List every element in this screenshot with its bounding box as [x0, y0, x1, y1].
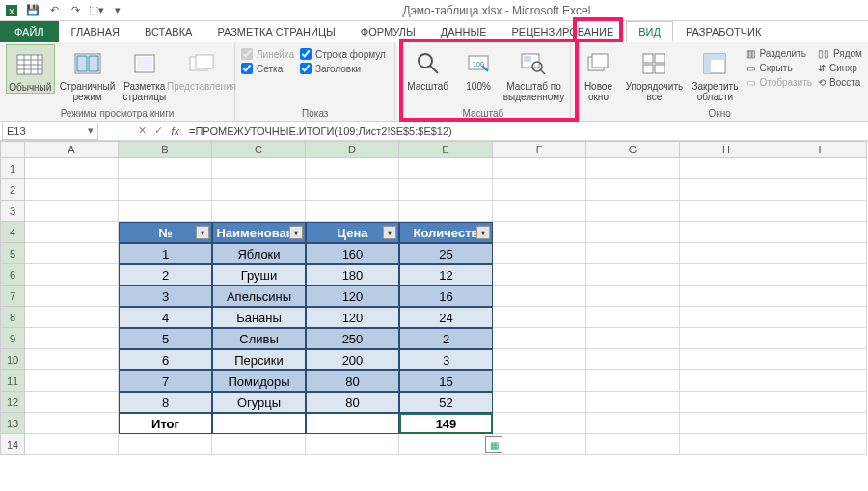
cell-A3[interactable] [25, 201, 119, 222]
arrange-all-button[interactable]: Упорядочить все [625, 44, 683, 102]
col-header-D[interactable]: D [306, 141, 399, 158]
row-header-3[interactable]: 3 [0, 201, 25, 222]
cell-I7[interactable] [773, 286, 867, 307]
view-pagelayout-button[interactable]: Разметка страницы [121, 44, 169, 102]
cell-I12[interactable] [773, 392, 867, 413]
fx-icon[interactable]: fx [171, 125, 179, 137]
cell-D8[interactable]: 120 [306, 307, 399, 328]
row-header-8[interactable]: 8 [0, 307, 25, 328]
zoom-button[interactable]: Масштаб [401, 44, 453, 92]
col-header-H[interactable]: H [680, 141, 773, 158]
smart-tag-icon[interactable]: ▦ [485, 436, 502, 453]
cell-C2[interactable] [212, 179, 306, 201]
cell-F5[interactable] [493, 243, 586, 264]
cell-C7[interactable]: Апельсины [212, 286, 306, 307]
cell-I4[interactable] [773, 222, 867, 243]
cell-F9[interactable] [493, 328, 586, 349]
cell-E3[interactable] [399, 201, 493, 222]
col-header-I[interactable]: I [773, 141, 867, 158]
cell-A2[interactable] [25, 179, 119, 201]
cell-F8[interactable] [493, 307, 586, 328]
cell-H9[interactable] [680, 328, 773, 349]
cell-D7[interactable]: 120 [306, 286, 399, 307]
cell-E7[interactable]: 16 [399, 286, 493, 307]
cell-B5[interactable]: 1 [119, 243, 212, 264]
cell-A10[interactable] [25, 349, 119, 370]
cell-I10[interactable] [773, 349, 867, 370]
qat-more-icon[interactable]: ▾ [110, 3, 125, 18]
check-gridlines[interactable]: Сетка [241, 63, 294, 74]
view-custom-button[interactable]: Представления [175, 44, 229, 92]
col-header-G[interactable]: G [586, 141, 680, 158]
cell-D11[interactable]: 80 [306, 370, 399, 392]
cell-G5[interactable] [586, 243, 680, 264]
cell-F3[interactable] [493, 201, 586, 222]
cell-G14[interactable] [586, 434, 680, 455]
cell-A9[interactable] [25, 328, 119, 349]
cell-I11[interactable] [773, 370, 867, 392]
cell-A6[interactable] [25, 264, 119, 286]
col-header-F[interactable]: F [493, 141, 586, 158]
cell-G10[interactable] [586, 349, 680, 370]
cell-B2[interactable] [119, 179, 212, 201]
row-header-13[interactable]: 13 [0, 413, 25, 434]
cell-B1[interactable] [119, 158, 212, 179]
check-formula-bar[interactable]: Строка формул [300, 48, 386, 60]
cell-D2[interactable] [306, 179, 399, 201]
cell-H7[interactable] [680, 286, 773, 307]
cell-D12[interactable]: 80 [306, 392, 399, 413]
save-icon[interactable]: 💾 [25, 3, 41, 18]
cell-E5[interactable]: 25 [399, 243, 493, 264]
cell-I3[interactable] [773, 201, 867, 222]
cell-F1[interactable] [493, 158, 586, 179]
cell-C10[interactable]: Персики [212, 349, 306, 370]
cell-C3[interactable] [212, 201, 306, 222]
touch-mode-icon[interactable]: ⬚▾ [89, 3, 104, 18]
cell-C14[interactable] [212, 434, 306, 455]
cell-E8[interactable]: 24 [399, 307, 493, 328]
cell-F14[interactable] [493, 434, 586, 455]
cell-A7[interactable] [25, 286, 119, 307]
cell-H10[interactable] [680, 349, 773, 370]
cell-C9[interactable]: Сливы [212, 328, 306, 349]
cell-I6[interactable] [773, 264, 867, 286]
cell-G6[interactable] [586, 264, 680, 286]
row-header-9[interactable]: 9 [0, 328, 25, 349]
undo-icon[interactable]: ↶ [46, 3, 62, 18]
row-header-10[interactable]: 10 [0, 349, 25, 370]
cell-F4[interactable] [493, 222, 586, 243]
cell-E6[interactable]: 12 [399, 264, 493, 286]
cell-D3[interactable] [306, 201, 399, 222]
new-window-button[interactable]: Новое окно [577, 44, 619, 102]
freeze-panes-button[interactable]: Закрепить области [689, 44, 741, 102]
tab-layout[interactable]: РАЗМЕТКА СТРАНИЦЫ [204, 21, 347, 42]
split-button[interactable]: ▥Разделить [746, 48, 812, 59]
cell-B12[interactable]: 8 [119, 392, 212, 413]
cell-A1[interactable] [25, 158, 119, 179]
zoom-100-button[interactable]: 100 100% [460, 44, 498, 92]
cell-A14[interactable] [25, 434, 119, 455]
row-header-1[interactable]: 1 [0, 158, 25, 179]
cell-H8[interactable] [680, 307, 773, 328]
cell-F13[interactable] [493, 413, 586, 434]
cell-C5[interactable]: Яблоки [212, 243, 306, 264]
cell-C8[interactable]: Бананы [212, 307, 306, 328]
cell-I9[interactable] [773, 328, 867, 349]
tab-data[interactable]: ДАННЫЕ [428, 21, 500, 42]
cell-E2[interactable] [399, 179, 493, 201]
tab-developer[interactable]: РАЗРАБОТЧИК [673, 21, 773, 42]
view-pagebreak-button[interactable]: Страничный режим [61, 44, 115, 102]
cell-C4[interactable]: Наименовани▾ [212, 222, 306, 243]
cell-B10[interactable]: 6 [119, 349, 212, 370]
cell-A12[interactable] [25, 392, 119, 413]
cell-F7[interactable] [493, 286, 586, 307]
tab-home[interactable]: ГЛАВНАЯ [59, 21, 132, 42]
row-header-14[interactable]: 14 [0, 434, 25, 455]
cell-H14[interactable] [680, 434, 773, 455]
cell-C12[interactable]: Огурцы [212, 392, 306, 413]
cell-F6[interactable] [493, 264, 586, 286]
row-header-4[interactable]: 4 [0, 222, 25, 243]
cell-H4[interactable] [680, 222, 773, 243]
cell-I5[interactable] [773, 243, 867, 264]
cell-E12[interactable]: 52 [399, 392, 493, 413]
